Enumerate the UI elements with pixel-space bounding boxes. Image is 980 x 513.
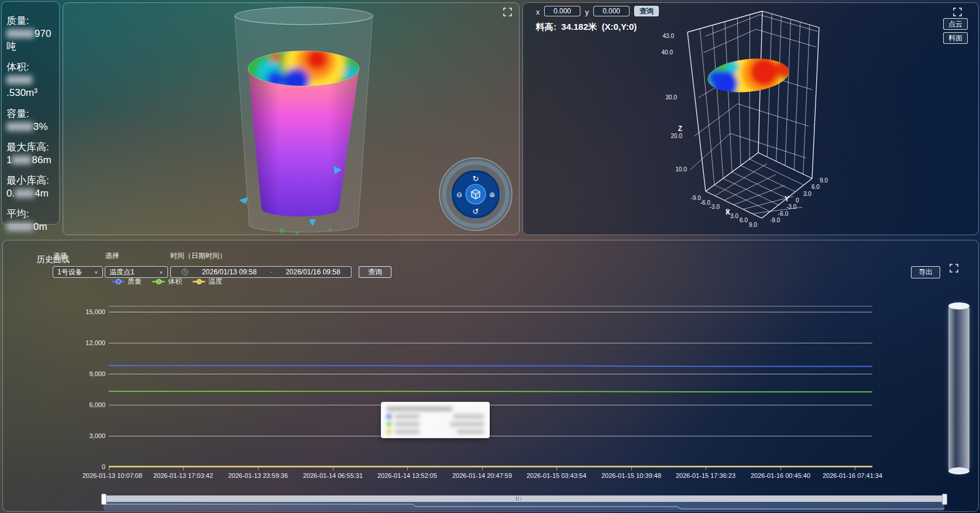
stat-label: 体积: <box>6 61 59 74</box>
stat-min-height: 最小库高: 0.4m <box>6 174 59 200</box>
surface-3d-panel: x y 查询 料高: 34.182米 (X:0,Y:0) 点云 料面 <box>522 2 979 235</box>
x-axis-label: 2026-01-15 03:43:54 <box>527 472 586 479</box>
stats-panel: 质量: 970吨 体积: .530m³ 容量: 3% 最大库高: 186m 最小… <box>1 1 60 225</box>
x-axis-label: X <box>725 208 730 216</box>
chart-series-lines <box>109 306 872 476</box>
tooltip-row-redacted <box>387 429 484 434</box>
x-axis-label: 2026-01-14 13:52:05 <box>377 472 437 479</box>
series-line-体积 <box>109 391 872 392</box>
stat-mass: 质量: 970吨 <box>6 15 59 53</box>
x-tickmark <box>706 467 706 470</box>
x-tickmark <box>556 467 557 470</box>
datazoom-preview[interactable] <box>104 502 944 511</box>
redacted-value <box>6 222 33 231</box>
stat-value: 0m <box>33 221 47 232</box>
cylinder-bottom-cap <box>948 467 969 474</box>
stat-label: 最小库高: <box>6 174 59 187</box>
z-tick: 10.0 <box>676 166 687 173</box>
level-gauge-cylinder[interactable] <box>948 304 969 473</box>
stat-value: 3% <box>33 121 48 132</box>
camera-nav-widget[interactable]: ↻ ↺ ⊖ ⊕ <box>435 153 517 235</box>
y-axis-label: Y <box>785 195 789 203</box>
y-tick: 9.0 <box>820 177 828 184</box>
surface-3d-view[interactable]: 43.0 40.0 30.0 20.0 10.0 Z -9.0 -6.0 -3.… <box>523 3 978 235</box>
series-line-质量 <box>109 366 872 366</box>
stat-value-prefix: 0. <box>6 188 15 199</box>
x-axis-label: 2026-01-15 10:39:48 <box>601 472 661 479</box>
y-axis-tick: 0 <box>70 463 105 470</box>
y-axis-tick: 9,000 <box>70 370 105 377</box>
tooltip-row-redacted <box>387 422 484 426</box>
redacted-value <box>15 189 35 198</box>
stat-average: 平均: 0m <box>6 208 59 233</box>
x-tickmark <box>109 467 109 470</box>
stat-label: 质量: <box>6 15 59 27</box>
datazoom-handle-left[interactable] <box>101 494 106 505</box>
stat-volume: 体积: .530m³ <box>6 61 59 99</box>
x-axis-label: 2026-01-16 00:45:40 <box>751 472 810 479</box>
y-axis-tick: 15,000 <box>70 308 105 315</box>
stat-value: 86m <box>32 154 51 166</box>
y-axis-tick: 6,000 <box>70 401 105 408</box>
z-axis-label: Z <box>678 125 682 133</box>
z-tick: 30.0 <box>666 94 678 101</box>
stat-max-height: 最大库高: 186m <box>6 141 59 167</box>
x-tickmark <box>333 467 333 470</box>
x-axis-label: 2026-01-14 06:55:31 <box>303 472 363 479</box>
stat-label: 容量: <box>6 108 59 120</box>
datazoom-preview-line <box>104 502 944 511</box>
datazoom-track[interactable] <box>104 495 944 502</box>
x-axis-label: 2026-01-15 17:36:23 <box>676 472 735 479</box>
x-tick: 3.0 <box>730 213 738 219</box>
zoom-out-icon[interactable]: ⊖ <box>456 191 462 199</box>
silo-3d-panel: ↻ ↺ ⊖ ⊕ <box>63 2 520 235</box>
chart-tooltip <box>381 402 490 438</box>
dashboard-root: { "stats": { "items": [ {"label": "质量:",… <box>0 0 980 513</box>
stat-value-prefix: 1 <box>6 154 12 166</box>
datazoom-grip[interactable] <box>516 497 521 501</box>
datazoom-handle-right[interactable] <box>942 494 947 505</box>
zoom-in-icon[interactable]: ⊕ <box>489 191 495 199</box>
x-axis-label: 2026-01-13 10:07:08 <box>82 472 142 479</box>
y-tick: -6.0 <box>778 211 789 217</box>
x-axis-label: 2026-01-14 20:47:59 <box>452 472 512 479</box>
cylinder-top-cap <box>948 302 969 309</box>
x-tickmark <box>183 467 184 470</box>
stat-label: 平均: <box>6 208 59 221</box>
z-tick: 40.0 <box>662 49 673 56</box>
chart-plot-area[interactable]: 15,000 12,000 9,000 6,000 3,000 0 2026-0… <box>3 240 978 511</box>
y-axis-tick: 3,000 <box>70 432 105 439</box>
x-axis-label: 2026-01-16 07:41:34 <box>823 472 882 479</box>
stat-value: .530m³ <box>6 87 37 98</box>
y-tick: 6.0 <box>811 184 820 190</box>
x-tickmark <box>482 467 483 470</box>
redacted-value <box>6 122 33 131</box>
redacted-value <box>6 75 32 84</box>
rotate-down-icon[interactable]: ↺ <box>473 207 479 216</box>
y-axis-tick: 12,000 <box>70 339 105 346</box>
wireframe-grid <box>690 14 818 214</box>
y-tick: -3.0 <box>786 204 797 210</box>
stat-capacity: 容量: 3% <box>6 108 59 133</box>
z-tick: 43.0 <box>663 33 675 39</box>
x-tick: -3.0 <box>710 204 720 210</box>
tooltip-row-redacted <box>387 414 484 419</box>
z-tick: 20.0 <box>671 133 683 139</box>
x-tick: 9.0 <box>749 222 757 228</box>
rotate-up-icon[interactable]: ↻ <box>473 174 479 183</box>
x-tickmark <box>780 467 781 470</box>
stat-label: 最大库高: <box>6 141 59 154</box>
x-tickmark <box>855 467 855 470</box>
stat-value: 4m <box>35 188 49 199</box>
redacted-value <box>12 156 32 164</box>
redacted-value <box>6 29 35 38</box>
x-axis-label: 2026-01-13 23:59:36 <box>228 472 288 479</box>
tooltip-title-redacted <box>387 407 484 411</box>
x-tickmark <box>407 467 408 470</box>
y-tick: 0 <box>796 197 799 204</box>
x-tickmark <box>258 467 259 470</box>
x-tickmark <box>631 467 632 470</box>
x-axis-label: 2026-01-13 17:03:42 <box>153 472 213 479</box>
y-tick: 3.0 <box>803 191 811 197</box>
history-panel: 历史曲线 选择 1号设备 ∨ 选择 温度点1 ∨ 时间（日期时间） 2026/0… <box>2 240 979 512</box>
